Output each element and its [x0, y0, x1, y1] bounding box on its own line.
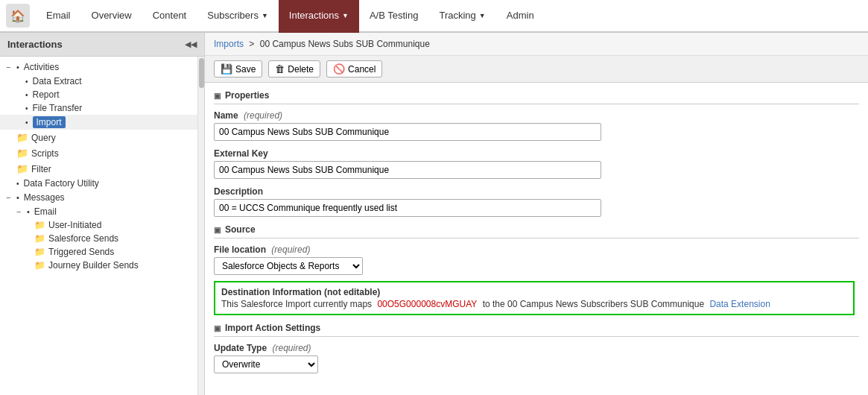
external-key-label: External Key [214, 148, 859, 159]
destination-label: Destination Information (not editable) [221, 287, 847, 297]
email-label: Email [34, 206, 57, 217]
properties-section: ▣ Properties Name (required) External Ke… [214, 90, 859, 217]
sidebar-item-data-factory[interactable]: • Data Factory Utility [0, 177, 204, 190]
layout: Interactions ◀◀ − • Activities • Data Ex… [0, 33, 868, 395]
sidebar-scrollbar-thumb[interactable] [199, 58, 204, 88]
folder-icon: 📁 [34, 233, 45, 244]
destination-box: Destination Information (not editable) T… [214, 281, 855, 315]
sidebar-item-email[interactable]: − • Email [0, 205, 204, 218]
destination-text: This Salesforce Import currently maps 00… [221, 299, 847, 309]
delete-label: Delete [288, 64, 314, 75]
sidebar-item-scripts[interactable]: 📁 Scripts [0, 145, 204, 161]
import-action-section: ▣ Import Action Settings Update Type (re… [214, 323, 859, 373]
sidebar-item-file-transfer[interactable]: • File Transfer [0, 101, 204, 115]
messages-label: Messages [24, 192, 65, 203]
bullet-icon: • [16, 180, 19, 188]
destination-text2: to the 00 Campus News Subscribers SUB Co… [483, 299, 704, 309]
bullet-icon: • [25, 118, 28, 127]
top-nav: 🏠 Email Overview Content Subscribers ▼ I… [0, 0, 868, 33]
update-type-select[interactable]: Overwrite Add Only Update Only Add and U… [214, 356, 318, 373]
minus-icon: − [16, 207, 27, 216]
data-factory-label: Data Factory Utility [24, 178, 99, 189]
nav-item-tracking[interactable]: Tracking ▼ [428, 0, 495, 33]
sidebar-item-report[interactable]: • Report [0, 88, 204, 101]
scripts-label: Scripts [31, 148, 59, 159]
sidebar-item-journey-builder[interactable]: 📁 Journey Builder Sends [0, 259, 204, 272]
sidebar-item-query[interactable]: 📁 Query [0, 130, 204, 145]
folder-icon: 📁 [16, 132, 28, 143]
minus-icon: − [6, 63, 16, 72]
properties-label: Properties [225, 90, 269, 101]
nav-item-overview[interactable]: Overview [81, 0, 142, 33]
bullet-icon: • [16, 63, 19, 72]
nav-item-subscribers[interactable]: Subscribers ▼ [197, 0, 279, 33]
save-button[interactable]: 💾 Save [214, 60, 262, 78]
destination-link[interactable]: Data Extension [709, 299, 770, 309]
cancel-icon: 🚫 [333, 63, 345, 75]
folder-icon: 📁 [16, 163, 28, 174]
source-section: ▣ Source File location (required) Salesf… [214, 224, 859, 315]
nav-item-content[interactable]: Content [142, 0, 197, 33]
destination-highlight: 00O5G000008cvMGUAY [377, 299, 477, 309]
delete-icon: 🗑 [275, 63, 285, 75]
name-input[interactable] [214, 123, 601, 141]
sidebar-item-triggered-sends[interactable]: 📁 Triggered Sends [0, 245, 204, 259]
bullet-icon: • [27, 207, 30, 216]
sidebar-header: Interactions ◀◀ [0, 33, 204, 57]
properties-header: ▣ Properties [214, 90, 859, 104]
delete-button[interactable]: 🗑 Delete [268, 60, 320, 78]
name-required: (required) [244, 110, 282, 121]
salesforce-sends-label: Salesforce Sends [48, 233, 118, 244]
sidebar-item-activities[interactable]: − • Activities [0, 60, 204, 75]
nav-item-ab-testing[interactable]: A/B Testing [359, 0, 429, 33]
sidebar-item-data-extract[interactable]: • Data Extract [0, 75, 204, 88]
description-form-group: Description [214, 186, 859, 217]
section-toggle-properties[interactable]: ▣ [214, 92, 221, 100]
file-location-select[interactable]: Salesforce Objects & Reports FTP Enhance… [214, 257, 363, 275]
journey-builder-label: Journey Builder Sends [48, 260, 139, 271]
folder-icon: 📁 [34, 260, 45, 271]
home-icon[interactable]: 🏠 [6, 4, 30, 28]
folder-icon: 📁 [16, 148, 28, 159]
sidebar-item-salesforce-sends[interactable]: 📁 Salesforce Sends [0, 232, 204, 245]
bullet-icon: • [25, 91, 28, 99]
folder-icon: 📁 [34, 220, 45, 230]
description-label: Description [214, 186, 859, 197]
update-type-required: (required) [272, 343, 311, 353]
save-icon: 💾 [221, 63, 232, 75]
description-input[interactable] [214, 199, 601, 217]
report-label: Report [33, 89, 60, 100]
section-toggle-source[interactable]: ▣ [214, 226, 221, 234]
cancel-label: Cancel [348, 64, 376, 75]
sidebar-title: Interactions [7, 39, 63, 50]
import-action-header: ▣ Import Action Settings [214, 323, 859, 337]
name-label: Name (required) [214, 110, 859, 121]
minus-icon: − [6, 193, 16, 202]
cancel-button[interactable]: 🚫 Cancel [326, 60, 382, 78]
section-toggle-import-action[interactable]: ▣ [214, 324, 221, 332]
nav-item-email[interactable]: Email [36, 0, 81, 33]
folder-icon: 📁 [34, 247, 45, 257]
toolbar: 💾 Save 🗑 Delete 🚫 Cancel [205, 56, 868, 83]
file-location-group: File location (required) Salesforce Obje… [214, 244, 859, 275]
import-label: Import [33, 116, 66, 128]
nav-item-admin[interactable]: Admin [496, 0, 545, 33]
triggered-sends-label: Triggered Sends [48, 247, 114, 257]
sidebar-item-messages[interactable]: − • Messages [0, 190, 204, 205]
external-key-input[interactable] [214, 161, 601, 179]
bullet-icon: • [16, 193, 19, 202]
sidebar-item-filter[interactable]: 📁 Filter [0, 161, 204, 177]
source-header: ▣ Source [214, 224, 859, 238]
sidebar-item-user-initiated[interactable]: 📁 User-Initiated [0, 218, 204, 232]
sidebar-item-import[interactable]: • Import [0, 115, 204, 130]
query-label: Query [31, 133, 56, 143]
sidebar-scrollbar-track[interactable] [197, 57, 204, 395]
user-initiated-label: User-Initiated [48, 220, 101, 230]
update-type-label: Update Type (required) [214, 343, 859, 353]
name-form-group: Name (required) [214, 110, 859, 141]
bullet-icon: • [25, 78, 28, 86]
sidebar-collapse-button[interactable]: ◀◀ [185, 40, 197, 49]
sidebar: Interactions ◀◀ − • Activities • Data Ex… [0, 33, 205, 395]
nav-item-interactions[interactable]: Interactions ▼ [279, 0, 359, 33]
breadcrumb-link[interactable]: Imports [214, 39, 244, 49]
